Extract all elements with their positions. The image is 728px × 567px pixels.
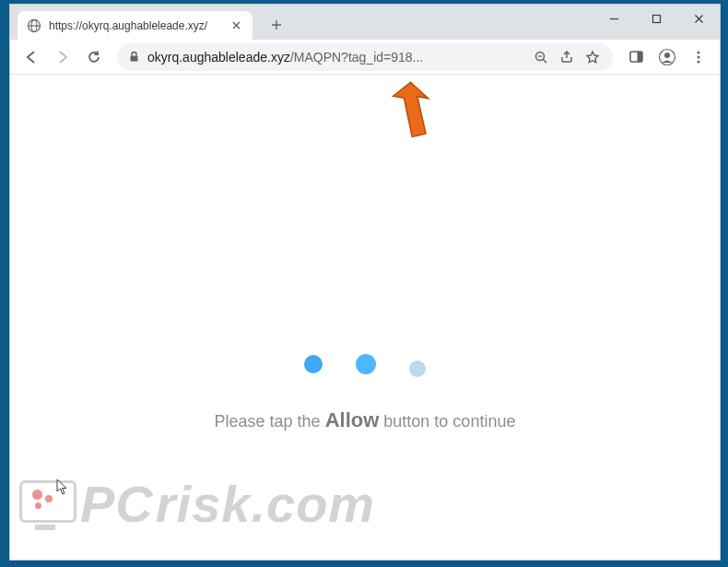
- url-path: /MAQPN?tag_id=918...: [290, 50, 423, 65]
- instruction-bold: Allow: [325, 408, 380, 431]
- globe-icon: [27, 18, 41, 33]
- browser-tab[interactable]: https://okyrq.aughableleade.xyz/: [18, 11, 252, 40]
- tab-title: https://okyrq.aughableleade.xyz/: [49, 19, 221, 32]
- instruction-post: button to continue: [379, 412, 515, 431]
- svg-point-11: [664, 53, 670, 58]
- svg-point-14: [698, 60, 700, 63]
- window-controls: [593, 5, 720, 34]
- browser-window: https://okyrq.aughableleade.xyz/: [9, 4, 721, 561]
- svg-rect-9: [637, 52, 642, 62]
- svg-point-12: [698, 51, 700, 53]
- address-bar[interactable]: okyrq.aughableleade.xyz/MAQPN?tag_id=918…: [117, 43, 613, 71]
- watermark: PCrisk.com: [19, 474, 375, 534]
- reload-button[interactable]: [80, 43, 108, 71]
- close-window-button[interactable]: [677, 5, 720, 32]
- maximize-button[interactable]: [635, 5, 677, 32]
- watermark-left: PC: [80, 474, 154, 534]
- zoom-icon[interactable]: [532, 48, 550, 66]
- svg-rect-4: [131, 56, 138, 62]
- loading-dot: [409, 360, 426, 377]
- back-button[interactable]: [18, 43, 45, 71]
- instruction-text: Please tap the Allow button to continue: [10, 408, 720, 432]
- monitor-icon: [19, 478, 75, 530]
- loading-dot: [356, 354, 376, 374]
- bookmark-icon[interactable]: [583, 48, 602, 66]
- forward-button[interactable]: [49, 43, 76, 71]
- url-text: okyrq.aughableleade.xyz/MAQPN?tag_id=918…: [147, 50, 524, 65]
- titlebar: https://okyrq.aughableleade.xyz/: [10, 5, 720, 40]
- close-tab-icon[interactable]: [229, 18, 243, 33]
- profile-button[interactable]: [653, 43, 681, 71]
- svg-point-13: [698, 55, 700, 58]
- menu-button[interactable]: [685, 43, 712, 71]
- svg-line-6: [544, 59, 547, 63]
- url-domain: okyrq.aughableleade.xyz: [147, 50, 290, 65]
- share-icon[interactable]: [558, 48, 576, 66]
- new-tab-button[interactable]: [264, 12, 289, 38]
- toolbar: okyrq.aughableleade.xyz/MAQPN?tag_id=918…: [10, 40, 720, 75]
- instruction-pre: Please tap the: [215, 412, 325, 431]
- watermark-right: risk.com: [156, 474, 375, 534]
- loading-dot: [304, 355, 323, 373]
- page-content: Please tap the Allow button to continue …: [10, 75, 720, 560]
- side-panel-button[interactable]: [622, 43, 650, 71]
- minimize-button[interactable]: [593, 5, 635, 32]
- loading-animation: [304, 351, 426, 377]
- svg-rect-3: [652, 15, 660, 22]
- lock-icon: [128, 51, 140, 63]
